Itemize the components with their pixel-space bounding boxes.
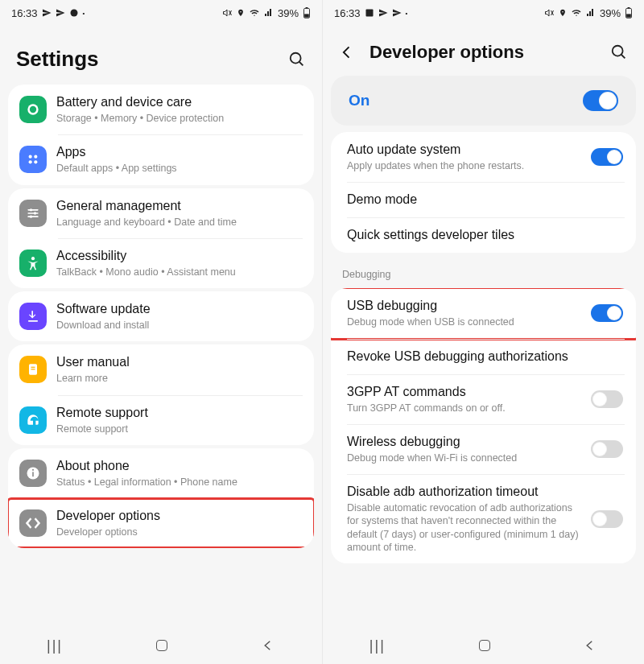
svg-rect-2 <box>304 14 309 17</box>
signal-icon <box>586 8 596 18</box>
master-toggle[interactable] <box>583 90 618 111</box>
settings-item-apps[interactable]: AppsDefault apps • App settings <box>8 134 314 184</box>
settings-item-battery[interactable]: Battery and device careStorage • Memory … <box>8 85 314 134</box>
toggle-switch[interactable] <box>591 390 623 408</box>
svg-point-24 <box>32 469 34 471</box>
recents-button[interactable]: ||| <box>47 637 63 654</box>
svg-rect-13 <box>27 212 38 214</box>
settings-item-subtitle: Default apps • App settings <box>56 162 306 175</box>
battery-percent: 39% <box>278 7 299 19</box>
mute-icon <box>221 8 233 18</box>
settings-item-info[interactable]: About phoneStatus • Legal information • … <box>8 448 314 498</box>
svg-point-15 <box>30 208 32 211</box>
dev-options-header: Developer options <box>323 23 644 72</box>
home-button[interactable] <box>479 640 490 651</box>
search-icon[interactable] <box>288 51 306 68</box>
settings-item-update[interactable]: Software updateDownload and install <box>8 291 314 341</box>
settings-item-label: About phone <box>56 458 306 474</box>
dev-option-row[interactable]: Auto update systemApply updates when the… <box>331 132 636 182</box>
dot-icon: • <box>83 10 85 17</box>
svg-point-0 <box>70 10 77 17</box>
search-icon[interactable] <box>610 43 628 61</box>
settings-item-subtitle: TalkBack • Mono audio • Assistant menu <box>56 266 306 278</box>
wifi-icon <box>571 8 582 18</box>
dev-option-label: Quick settings developer tiles <box>347 227 628 243</box>
status-bar: 16:33 • 39% <box>0 0 322 23</box>
dev-option-label: Demo mode <box>347 192 628 208</box>
svg-rect-27 <box>626 14 631 17</box>
svg-point-8 <box>29 155 32 159</box>
dev-option-subtitle: Disable automatic revocation of adb auth… <box>347 501 581 554</box>
wifi-icon <box>249 8 260 18</box>
svg-point-18 <box>31 257 35 260</box>
nav-bar: ||| <box>323 627 644 664</box>
dev-option-row[interactable]: Revoke USB debugging authorizations <box>331 339 636 374</box>
sliders-icon <box>19 200 47 227</box>
svg-rect-25 <box>365 10 373 17</box>
dev-option-row[interactable]: 3GPP AT commandsTurn 3GPP AT commands on… <box>331 374 636 424</box>
dev-option-label: Wireless debugging <box>347 434 581 450</box>
settings-item-subtitle: Download and install <box>56 319 306 332</box>
back-button[interactable] <box>261 638 275 653</box>
svg-rect-20 <box>31 367 35 368</box>
back-button[interactable] <box>583 638 597 653</box>
svg-rect-12 <box>27 209 38 211</box>
svg-rect-14 <box>27 216 38 217</box>
settings-item-label: General management <box>56 198 306 214</box>
master-toggle-label: On <box>349 92 369 109</box>
toggle-switch[interactable] <box>591 510 623 528</box>
settings-item-support[interactable]: Remote supportRemote support <box>8 395 314 445</box>
settings-item-label: Accessibility <box>56 248 306 264</box>
dev-option-label: 3GPP AT commands <box>347 384 581 400</box>
a11y-icon <box>19 250 47 277</box>
send-icon <box>56 8 65 18</box>
mute-icon <box>543 8 555 18</box>
battery-icon <box>303 7 311 19</box>
svg-point-10 <box>29 161 32 164</box>
svg-point-9 <box>34 155 37 159</box>
dev-option-label: Revoke USB debugging authorizations <box>347 348 628 365</box>
battery-icon <box>625 7 633 19</box>
dev-option-row[interactable]: USB debuggingDebug mode when USB is conn… <box>331 288 636 338</box>
status-bar: 16:33 • 39% <box>323 0 644 23</box>
master-toggle-row[interactable]: On <box>331 76 636 126</box>
toggle-switch[interactable] <box>591 148 623 166</box>
settings-item-subtitle: Remote support <box>56 423 306 435</box>
settings-item-label: User manual <box>56 354 306 370</box>
settings-item-subtitle: Developer options <box>56 526 306 538</box>
settings-item-label: Apps <box>56 144 306 160</box>
dev-option-row[interactable]: Wireless debuggingDebug mode when Wi-Fi … <box>331 424 636 474</box>
settings-item-sliders[interactable]: General managementLanguage and keyboard … <box>8 188 314 238</box>
svg-rect-21 <box>31 369 35 370</box>
dev-option-row[interactable]: Demo mode <box>331 182 636 217</box>
dev-option-subtitle: Debug mode when USB is connected <box>347 316 581 328</box>
dev-option-subtitle: Apply updates when the phone restarts. <box>347 159 581 172</box>
home-button[interactable] <box>156 640 167 651</box>
settings-item-label: Software update <box>56 301 306 317</box>
toggle-switch[interactable] <box>591 440 623 458</box>
recents-button[interactable]: ||| <box>369 637 386 654</box>
page-title: Settings <box>16 47 99 72</box>
dev-icon <box>19 509 47 537</box>
image-icon <box>365 8 374 18</box>
apps-icon <box>19 146 47 173</box>
settings-item-dev[interactable]: Developer optionsDeveloper options <box>8 498 314 548</box>
settings-item-manual[interactable]: User manualLearn more <box>8 344 314 394</box>
signal-icon <box>264 8 274 18</box>
section-header: Debugging <box>323 256 644 285</box>
dev-option-row[interactable]: Quick settings developer tiles <box>331 217 636 253</box>
circle-icon <box>69 8 79 18</box>
svg-point-16 <box>34 212 36 214</box>
svg-line-30 <box>621 55 625 59</box>
location-icon <box>559 8 567 18</box>
back-icon[interactable] <box>339 44 358 60</box>
page-title: Developer options <box>369 42 524 63</box>
status-time: 16:33 <box>334 7 361 19</box>
toggle-switch[interactable] <box>591 304 623 322</box>
settings-group: General managementLanguage and keyboard … <box>8 188 314 289</box>
svg-rect-23 <box>32 472 34 476</box>
dev-option-row[interactable]: Disable adb authorization timeoutDisable… <box>331 474 636 563</box>
settings-group: Battery and device careStorage • Memory … <box>8 85 314 185</box>
dot-icon: • <box>406 10 408 17</box>
settings-item-a11y[interactable]: AccessibilityTalkBack • Mono audio • Ass… <box>8 238 314 288</box>
